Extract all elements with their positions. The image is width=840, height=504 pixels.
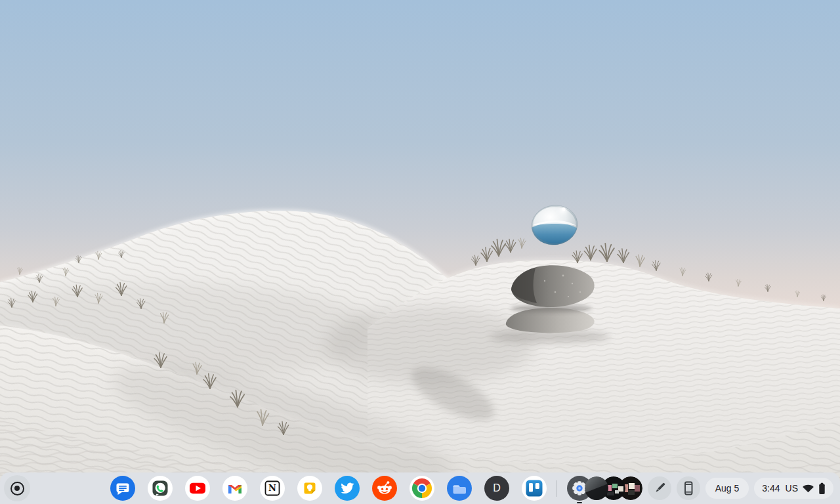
- twitter-icon: [335, 476, 359, 500]
- youtube-icon: [186, 476, 209, 500]
- system-tray-area: Aug 5 3:44 US: [585, 472, 833, 504]
- shelf: N: [0, 472, 840, 504]
- shelf-app-trello[interactable]: [522, 476, 547, 501]
- wallpaper-zen-dunes: [0, 0, 840, 504]
- tote-preview-1[interactable]: [585, 476, 608, 500]
- shelf-app-reddit[interactable]: [372, 476, 397, 501]
- time-label: 3:44: [762, 483, 780, 494]
- shelf-app-messages[interactable]: [110, 476, 135, 501]
- gmail-icon: [223, 476, 247, 500]
- files-icon: [448, 476, 471, 500]
- shelf-app-files[interactable]: [447, 476, 472, 501]
- stylus-pen-icon: [648, 476, 671, 500]
- date-label: Aug 5: [715, 483, 740, 494]
- notion-letter: N: [268, 483, 276, 493]
- launcher-ring-icon: [10, 482, 24, 495]
- shelf-separator: [556, 480, 557, 497]
- phone-icon: [677, 476, 700, 500]
- shelf-app-twitter[interactable]: [335, 476, 360, 501]
- desktop: N: [0, 0, 840, 504]
- launcher-button[interactable]: [4, 475, 30, 501]
- status-tray-button[interactable]: 3:44 US: [754, 478, 833, 499]
- calendar-date-button[interactable]: Aug 5: [705, 478, 749, 499]
- letter-d-icon: D: [493, 483, 501, 494]
- messages-icon: [111, 476, 135, 500]
- trello-icon: [522, 476, 546, 500]
- reddit-icon: [373, 476, 396, 500]
- shelf-app-notion[interactable]: N: [260, 476, 285, 501]
- pinned-apps-row: N: [110, 472, 592, 504]
- running-app-indicator: [577, 502, 582, 504]
- shelf-app-youtube[interactable]: [185, 476, 210, 501]
- stylus-tools-button[interactable]: [648, 476, 671, 500]
- whatsapp-icon: [148, 476, 172, 500]
- keep-icon: [298, 476, 322, 500]
- shelf-app-gmail[interactable]: [222, 476, 247, 501]
- shelf-app-keep[interactable]: [297, 476, 322, 501]
- shelf-app-chrome[interactable]: [410, 476, 434, 501]
- tote-holding-space[interactable]: [585, 476, 642, 500]
- keyboard-layout-label: US: [786, 483, 798, 494]
- shelf-app-whatsapp[interactable]: [148, 476, 173, 501]
- chrome-icon: [410, 476, 434, 500]
- wifi-full-icon: [803, 484, 814, 493]
- shelf-app-d[interactable]: D: [484, 476, 509, 501]
- phone-hub-button[interactable]: [677, 476, 700, 500]
- battery-full-icon: [818, 482, 826, 495]
